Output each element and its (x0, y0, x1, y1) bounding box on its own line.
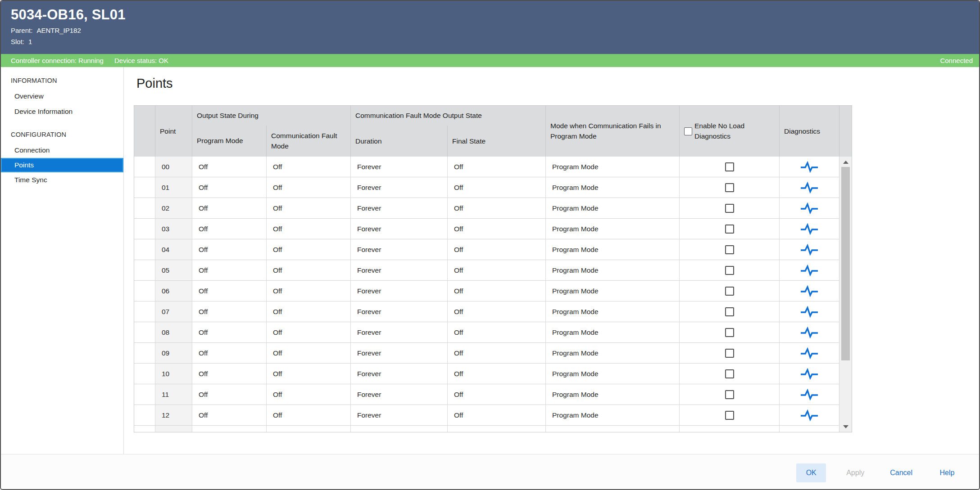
final-state-cell[interactable]: Off (447, 301, 545, 322)
row-selector-cell[interactable] (134, 281, 155, 301)
comm-fault-mode-cell[interactable]: Off (266, 157, 350, 177)
row-selector-cell[interactable] (134, 239, 155, 260)
comm-fault-mode-cell[interactable]: Off (266, 198, 350, 218)
diagnostics-cell[interactable] (779, 198, 839, 218)
no-load-checkbox[interactable] (725, 266, 734, 275)
sidebar-item-device-information[interactable]: Device Information (1, 104, 123, 119)
mode-when-comm-fails-cell[interactable]: Program Mode (545, 157, 679, 177)
duration-cell[interactable]: Forever (350, 260, 447, 280)
diagnostics-cell[interactable] (779, 281, 839, 301)
diagnostics-cell[interactable] (779, 301, 839, 322)
final-state-cell[interactable]: Off (447, 177, 545, 198)
comm-fault-mode-cell[interactable]: Off (266, 301, 350, 322)
comm-fault-mode-cell[interactable]: Off (266, 260, 350, 280)
no-load-checkbox[interactable] (725, 390, 734, 399)
program-mode-cell[interactable]: Off (192, 260, 266, 280)
final-state-cell[interactable]: Off (447, 364, 545, 384)
comm-fault-mode-cell[interactable]: Off (266, 384, 350, 405)
duration-cell[interactable]: Forever (350, 343, 447, 363)
program-mode-cell[interactable]: Off (192, 405, 266, 425)
no-load-checkbox[interactable] (725, 245, 734, 254)
apply-button[interactable]: Apply (840, 463, 870, 482)
duration-cell[interactable]: Forever (350, 198, 447, 218)
no-load-checkbox[interactable] (725, 162, 734, 171)
comm-fault-mode-cell[interactable]: Off (266, 405, 350, 425)
mode-when-comm-fails-cell[interactable]: Program Mode (545, 343, 679, 363)
duration-cell[interactable]: Forever (350, 281, 447, 301)
program-mode-cell[interactable]: Off (192, 322, 266, 342)
row-selector-cell[interactable] (134, 384, 155, 405)
sidebar-item-connection[interactable]: Connection (1, 143, 123, 158)
final-state-cell[interactable]: Off (447, 260, 545, 280)
comm-fault-mode-cell[interactable]: Off (266, 364, 350, 384)
diagnostics-cell[interactable] (779, 239, 839, 260)
no-load-checkbox[interactable] (725, 369, 734, 378)
final-state-cell[interactable]: Off (447, 198, 545, 218)
mode-when-comm-fails-cell[interactable]: Program Mode (545, 239, 679, 260)
program-mode-cell[interactable]: Off (192, 301, 266, 322)
no-load-checkbox[interactable] (725, 307, 734, 316)
diagnostics-cell[interactable] (779, 177, 839, 198)
comm-fault-mode-cell[interactable]: Off (266, 322, 350, 342)
duration-cell[interactable]: Forever (350, 322, 447, 342)
final-state-cell[interactable]: Off (447, 157, 545, 177)
no-load-checkbox[interactable] (725, 349, 734, 358)
comm-fault-mode-cell[interactable]: Off (266, 177, 350, 198)
duration-cell[interactable]: Forever (350, 405, 447, 425)
duration-cell[interactable]: Forever (350, 219, 447, 239)
ok-button[interactable]: OK (796, 463, 826, 482)
comm-fault-mode-cell[interactable]: Off (266, 343, 350, 363)
mode-when-comm-fails-cell[interactable]: Program Mode (545, 364, 679, 384)
mode-when-comm-fails-cell[interactable]: Program Mode (545, 219, 679, 239)
row-selector-cell[interactable] (134, 177, 155, 198)
program-mode-cell[interactable]: Off (192, 198, 266, 218)
final-state-cell[interactable]: Off (447, 219, 545, 239)
mode-when-comm-fails-cell[interactable]: Program Mode (545, 384, 679, 405)
row-selector-cell[interactable] (134, 157, 155, 177)
duration-cell[interactable]: Forever (350, 177, 447, 198)
program-mode-cell[interactable]: Off (192, 177, 266, 198)
no-load-checkbox[interactable] (725, 204, 734, 213)
diagnostics-cell[interactable] (779, 260, 839, 280)
mode-when-comm-fails-cell[interactable]: Program Mode (545, 177, 679, 198)
row-selector-cell[interactable] (134, 364, 155, 384)
help-button[interactable]: Help (932, 463, 962, 482)
diagnostics-cell[interactable] (779, 343, 839, 363)
no-load-checkbox[interactable] (725, 411, 734, 420)
comm-fault-mode-cell[interactable]: Off (266, 239, 350, 260)
scrollbar-up-arrow-icon[interactable] (839, 157, 852, 166)
diagnostics-cell[interactable] (779, 405, 839, 425)
final-state-cell[interactable]: Off (447, 239, 545, 260)
program-mode-cell[interactable]: Off (192, 219, 266, 239)
duration-cell[interactable]: Forever (350, 157, 447, 177)
final-state-cell[interactable]: Off (447, 343, 545, 363)
program-mode-cell[interactable]: Off (192, 281, 266, 301)
program-mode-cell[interactable]: Off (192, 239, 266, 260)
table-scrollbar[interactable] (839, 157, 852, 432)
diagnostics-cell[interactable] (779, 322, 839, 342)
duration-cell[interactable]: Forever (350, 301, 447, 322)
diagnostics-cell[interactable] (779, 219, 839, 239)
duration-cell[interactable]: Forever (350, 364, 447, 384)
diagnostics-cell[interactable] (779, 157, 839, 177)
row-selector-cell[interactable] (134, 219, 155, 239)
mode-when-comm-fails-cell[interactable]: Program Mode (545, 281, 679, 301)
scrollbar-down-arrow-icon[interactable] (839, 422, 852, 431)
mode-when-comm-fails-cell[interactable]: Program Mode (545, 260, 679, 280)
no-load-checkbox[interactable] (725, 183, 734, 192)
no-load-checkbox[interactable] (725, 225, 734, 234)
final-state-cell[interactable]: Off (447, 405, 545, 425)
program-mode-cell[interactable]: Off (192, 384, 266, 405)
final-state-cell[interactable]: Off (447, 322, 545, 342)
diagnostics-cell[interactable] (779, 364, 839, 384)
row-selector-cell[interactable] (134, 260, 155, 280)
no-load-checkbox[interactable] (725, 287, 734, 296)
row-selector-cell[interactable] (134, 405, 155, 425)
diagnostics-cell[interactable] (779, 384, 839, 405)
sidebar-item-points[interactable]: Points (1, 158, 123, 172)
duration-cell[interactable]: Forever (350, 239, 447, 260)
program-mode-cell[interactable]: Off (192, 157, 266, 177)
mode-when-comm-fails-cell[interactable]: Program Mode (545, 301, 679, 322)
row-selector-cell[interactable] (134, 198, 155, 218)
sidebar-item-time-sync[interactable]: Time Sync (1, 172, 123, 188)
